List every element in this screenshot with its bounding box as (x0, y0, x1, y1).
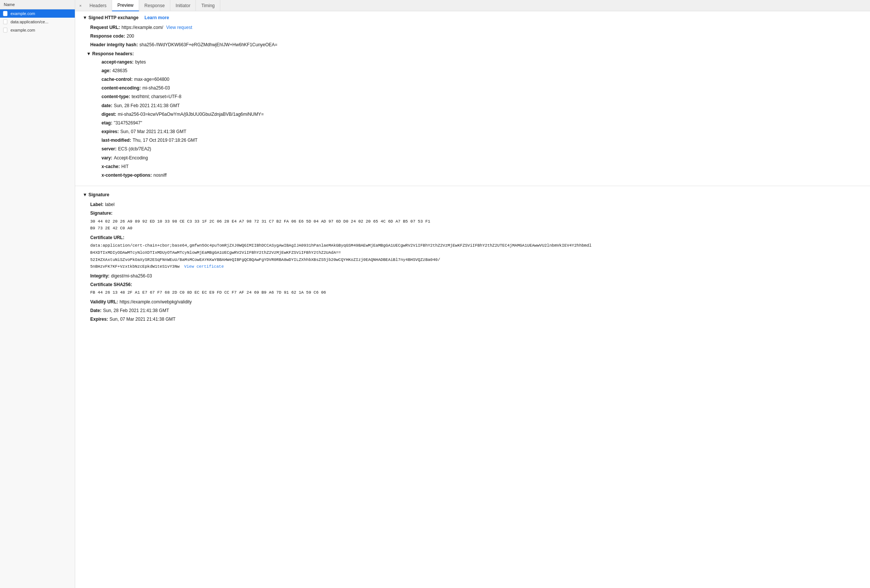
cert-url-line1: data:application/cert-chain+cbor;base64,… (83, 242, 862, 249)
validity-url-value: https://example.com/webpkg/validity (120, 299, 192, 306)
response-header-value-7: "3147526947" (114, 120, 142, 127)
sidebar-item-1[interactable]: data:application/ce... (0, 18, 75, 26)
response-header-label-10: server: (102, 145, 117, 153)
tab-response[interactable]: Response (139, 0, 170, 11)
date-label: Date: (90, 307, 102, 314)
response-header-label-4: content-type: (102, 93, 130, 100)
request-url-row: Request URL: https://example.com/ View r… (83, 23, 862, 32)
header-integrity-label: Header integrity hash: (90, 41, 138, 48)
response-header-label-3: content-encoding: (102, 85, 141, 92)
response-header-row-0: accept-ranges:bytes (94, 58, 862, 67)
cert-url-row: Certificate URL: (83, 233, 862, 242)
response-header-row-10: server:ECS (dcb/7EA2) (94, 145, 862, 153)
response-code-label: Response code: (90, 33, 125, 40)
label-row: Label: label (83, 200, 862, 209)
response-header-row-3: content-encoding:mi-sha256-03 (94, 84, 862, 92)
view-certificate-link[interactable]: View certificate (184, 263, 224, 270)
svg-rect-2 (3, 20, 7, 24)
response-header-row-1: age:428635 (94, 67, 862, 75)
cert-url-line4: 5nBHzvFK7KF+VzxtkbNzcEpkdW1teS1vY3Nw Vie… (83, 263, 862, 270)
cert-sha256-value: FB 44 26 13 48 2F A1 E7 67 F7 68 2D C0 8… (83, 289, 862, 296)
validity-url-row: Validity URL: https://example.com/webpkg… (83, 298, 862, 306)
response-header-value-1: 428635 (112, 67, 127, 74)
signed-http-exchange-section: ▼ Signed HTTP exchange Learn more Reques… (75, 11, 870, 183)
section-title: ▼ Signed HTTP exchange (83, 15, 138, 20)
response-header-value-13: nosniff (153, 172, 167, 179)
response-header-value-0: bytes (135, 59, 146, 66)
svg-rect-3 (3, 28, 7, 32)
expires-label: Expires: (90, 316, 108, 323)
signature-field-label: Signature: (90, 210, 112, 217)
response-header-row-4: content-type:text/html; charset=UTF-8 (94, 92, 862, 101)
response-header-label-5: date: (102, 102, 112, 109)
expires-value: Sun, 07 Mar 2021 21:41:38 GMT (109, 316, 175, 323)
response-header-label-8: expires: (102, 128, 119, 135)
cert-sha256-label: Certificate SHA256: (90, 281, 132, 288)
tab-initiator[interactable]: Initiator (170, 0, 196, 11)
sidebar-item-label-2: example.com (11, 28, 35, 32)
response-header-value-6: mi-sha256-03=kcwVP6aOwYmA/j9JbUU0GbuiZdn… (118, 111, 264, 118)
response-header-value-9: Thu, 17 Oct 2019 07:18:26 GMT (133, 137, 198, 144)
request-url-label: Request URL: (90, 24, 120, 31)
response-code-value: 200 (127, 33, 134, 40)
response-header-row-5: date:Sun, 28 Feb 2021 21:41:38 GMT (94, 102, 862, 110)
response-header-row-11: vary:Accept-Encoding (94, 154, 862, 162)
header-integrity-row: Header integrity hash: sha256-/IWdYDKW66… (83, 41, 862, 49)
response-header-value-8: Sun, 07 Mar 2021 21:41:38 GMT (120, 128, 186, 135)
tab-preview[interactable]: Preview (112, 0, 139, 11)
date-row: Date: Sun, 28 Feb 2021 21:41:38 GMT (83, 306, 862, 315)
file-icon-2 (3, 27, 8, 33)
request-url-value: https://example.com/ (121, 24, 163, 31)
section-divider (75, 186, 870, 186)
cert-url-line3: 52IHZXAxtuNiSZvoPkOaXySR2ESqFNnWEuU/BaMs… (83, 256, 862, 264)
label-value: label (105, 201, 114, 208)
response-header-label-2: cache-control: (102, 76, 133, 83)
learn-more-link[interactable]: Learn more (144, 15, 169, 20)
sidebar-item-0[interactable]: example.com (0, 9, 75, 18)
response-headers-header: ▼ Response headers: (83, 50, 862, 58)
cert-url-line4-text: 5nBHzvFK7KF+VzxtkbNzcEpkdW1teS1vY3Nw (90, 263, 180, 270)
signature-title: ▼ Signature (83, 192, 109, 197)
content-area: ▼ Signed HTTP exchange Learn more Reques… (75, 11, 870, 588)
response-header-label-1: age: (102, 67, 111, 74)
date-value: Sun, 28 Feb 2021 21:41:38 GMT (103, 307, 169, 314)
file-icon (3, 11, 8, 16)
response-header-label-0: accept-ranges: (102, 59, 133, 66)
tabs-bar: × Headers Preview Response Initiator Tim… (75, 0, 870, 11)
response-header-row-13: x-content-type-options:nosniff (94, 171, 862, 180)
tab-headers[interactable]: Headers (84, 0, 112, 11)
response-header-value-11: Accept-Encoding (114, 155, 148, 162)
response-header-value-5: Sun, 28 Feb 2021 21:41:38 GMT (114, 102, 180, 109)
sidebar-item-label-0: example.com (11, 11, 35, 16)
response-header-label-7: etag: (102, 120, 112, 127)
sidebar-item-label-1: data:application/ce... (11, 20, 49, 24)
response-header-label-13: x-content-type-options: (102, 172, 152, 179)
response-header-label-6: digest: (102, 111, 116, 118)
view-request-link[interactable]: View request (166, 24, 192, 31)
response-header-row-12: x-cache:HIT (94, 162, 862, 171)
response-header-label-9: last-modified: (102, 137, 131, 144)
main-panel: × Headers Preview Response Initiator Tim… (75, 0, 870, 588)
integrity-value: digest/mi-sha256-03 (111, 273, 152, 280)
signature-section-header: ▼ Signature (83, 192, 862, 197)
sidebar-item-2[interactable]: example.com (0, 26, 75, 34)
signature-hex-line2: B9 73 2E 42 C0 A0 (83, 225, 862, 232)
cert-url-line2: B4XDTIxMDIyODAwMTcyNloXDTIxMDUyOTAwMTcyN… (83, 249, 862, 256)
signature-section: ▼ Signature Label: label Signature: 30 4… (75, 188, 870, 327)
app-container: Name example.com data:application/ce... … (0, 0, 870, 588)
response-header-row-6: digest:mi-sha256-03=kcwVP6aOwYmA/j9JbUU0… (94, 110, 862, 119)
file-icon-1 (3, 19, 8, 24)
sidebar-header: Name (0, 0, 75, 9)
response-code-row: Response code: 200 (83, 32, 862, 41)
integrity-row: Integrity: digest/mi-sha256-03 (83, 272, 862, 280)
tab-timing[interactable]: Timing (196, 0, 220, 11)
integrity-label: Integrity: (90, 273, 109, 280)
expires-row: Expires: Sun, 07 Mar 2021 21:41:38 GMT (83, 315, 862, 324)
response-headers-fields: accept-ranges:bytesage:428635cache-contr… (83, 58, 862, 180)
response-header-value-3: mi-sha256-03 (142, 85, 170, 92)
response-header-row-8: expires:Sun, 07 Mar 2021 21:41:38 GMT (94, 127, 862, 136)
response-headers-title: ▼ Response headers: (86, 51, 134, 56)
tab-close-button[interactable]: × (77, 2, 84, 9)
cert-sha256-row: Certificate SHA256: (83, 280, 862, 289)
response-header-row-9: last-modified:Thu, 17 Oct 2019 07:18:26 … (94, 136, 862, 145)
